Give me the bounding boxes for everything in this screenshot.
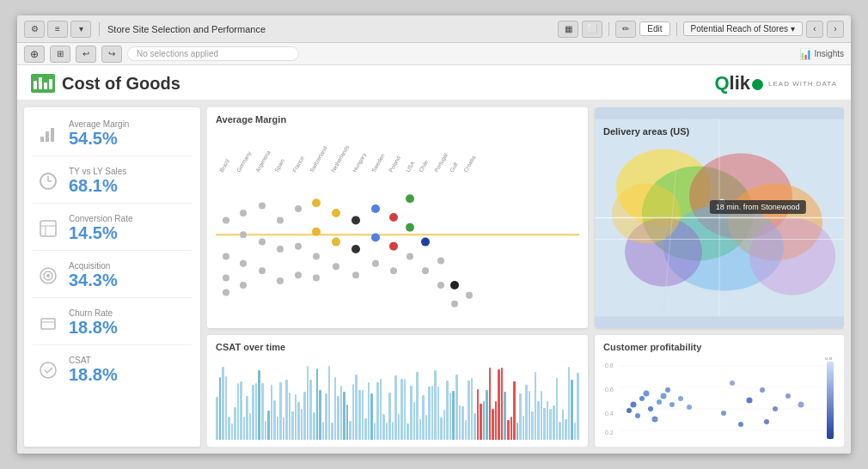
page-title: Cost of Goods [62,74,180,94]
svg-point-48 [312,198,321,207]
csat-time-panel[interactable]: CSAT over time [207,335,588,447]
avg-margin-chart: Brazil Germany Argentina Spain France Sw… [216,130,579,321]
dashboard-title-area: Cost of Goods [31,74,180,94]
avg-margin-panel[interactable]: Average Margin Brazil Germany Argentina … [207,107,588,328]
kpi-churn-value: 18.8% [69,318,188,338]
svg-text:Gulf: Gulf [449,161,459,174]
csat-bar [413,402,416,440]
kpi-average-margin-value: 54.5% [69,129,188,149]
svg-point-106 [678,396,683,401]
svg-point-44 [277,277,284,284]
redo-btn[interactable]: ↪ [101,46,122,63]
toolbar-share-btn[interactable]: ⬜ [582,21,602,38]
svg-point-64 [406,194,414,203]
potential-reach-button[interactable]: Potential Reach of Stores ▾ [683,21,803,36]
svg-point-54 [333,263,339,270]
edit-button[interactable]: Edit [639,21,669,36]
csat-bar [440,417,443,440]
svg-text:Croatia: Croatia [462,155,477,174]
potential-reach-dropdown-icon: ▾ [791,24,795,34]
csat-bar [313,412,315,440]
bar-2 [39,77,42,89]
csat-bar [568,367,571,440]
csat-chart [216,357,579,440]
csat-bar [337,396,339,440]
svg-point-102 [635,413,640,418]
customer-profit-panel[interactable]: Customer profitability 0.8 0.6 0.4 0.2 [595,335,844,447]
csat-bar [400,379,403,440]
qlik-brand-text: Qlik [714,72,763,94]
svg-point-118 [738,422,743,427]
svg-point-42 [277,216,284,223]
csat-bar [258,370,260,440]
svg-point-61 [389,213,398,222]
dashboard-panels: Average Margin 54.5% TY vs LY Sales 68.1… [17,100,851,454]
nav-back-btn[interactable]: ‹ [806,21,823,38]
delivery-map-panel[interactable]: Delivery areas (US) 18 min. from Stonewo… [595,107,844,328]
kpi-ty-ly-sales[interactable]: TY vs LY Sales 68.1% [33,160,192,204]
svg-text:Sweden: Sweden [370,152,386,173]
csat-bar [394,375,397,440]
csat-bar [455,375,458,440]
toolbar-sep-2 [608,22,609,36]
svg-text:Germany: Germany [235,149,254,174]
kpi-average-margin[interactable]: Average Margin 54.5% [33,113,192,156]
csat-bar [392,422,394,440]
zoom-in-btn[interactable]: ⊕ [24,46,45,63]
csat-bar [316,368,319,440]
insights-button[interactable]: 📊 Insights [799,48,844,60]
kpi-conversion-rate[interactable]: Conversion Rate 14.5% [33,207,192,251]
toolbar-monitor-btn[interactable]: ▦ [558,21,578,38]
csat-bar [504,392,506,440]
svg-point-52 [332,209,340,217]
kpi-acquisition-label: Acquisition [69,261,188,271]
nav-forward-btn[interactable]: › [827,21,844,38]
kpi-csat[interactable]: CSAT 18.8% [33,349,192,392]
csat-bar [228,417,230,440]
main-content: Cost of Goods Qlik LEAD WITH DATA [17,65,851,454]
csat-bar [489,368,492,440]
csat-bar [577,373,579,440]
svg-point-38 [240,282,247,289]
csat-bar [562,409,565,440]
toolbar-dropdown-btn[interactable]: ▾ [70,21,91,38]
qlik-lik-letters: lik [730,72,750,94]
map-container: Delivery areas (US) 18 min. from Stonewo… [595,107,844,328]
svg-point-71 [450,281,459,289]
expand-btn[interactable]: ⊞ [50,46,70,63]
svg-point-73 [466,292,473,299]
svg-rect-0 [40,137,44,142]
map-svg: Delivery areas (US) [595,107,844,328]
csat-bar [364,418,367,440]
svg-point-37 [240,260,247,267]
kpi-acquisition[interactable]: Acquisition 34.3% [33,254,192,298]
toolbar-view-btn[interactable]: ≡ [47,21,68,38]
svg-point-50 [313,253,320,259]
acquisition-icon [36,264,60,288]
svg-point-31 [223,216,229,223]
csat-bar [301,409,303,440]
qlik-q-letter: Q [714,72,729,94]
kpi-churn-rate[interactable]: Churn Rate 18.8% [33,302,192,345]
qlik-logo: Qlik LEAD WITH DATA [714,72,837,94]
svg-point-47 [295,271,302,278]
kpi-acquisition-info: Acquisition 34.3% [69,261,188,290]
svg-point-107 [652,417,658,423]
toolbar-settings-btn[interactable]: ⚙ [24,21,45,38]
csat-bar [434,370,437,440]
csat-bar [255,383,258,440]
svg-point-55 [351,216,360,224]
csat-bar [416,372,419,440]
svg-text:Portugal: Portugal [433,152,449,174]
csat-bar [343,392,345,440]
svg-point-109 [687,405,692,410]
csat-bar [549,409,552,440]
csat-bar [531,411,534,440]
svg-point-99 [648,406,653,411]
title-icon-bars [34,77,52,89]
undo-btn[interactable]: ↩ [76,46,96,63]
svg-point-33 [223,275,229,282]
svg-point-65 [406,223,414,232]
csat-bar [452,391,455,440]
csat-bar [252,385,254,440]
